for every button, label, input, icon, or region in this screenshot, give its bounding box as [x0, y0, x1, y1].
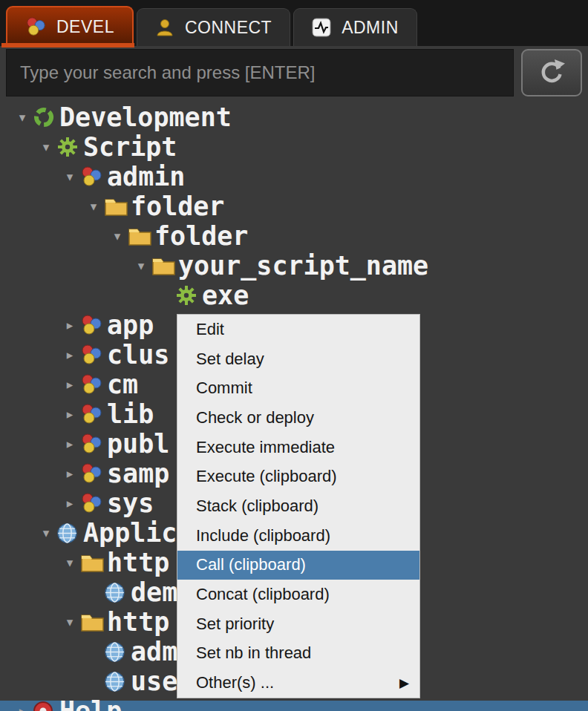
- tree-row[interactable]: exe: [154, 281, 588, 310]
- tree-row[interactable]: ▾your_script_name: [131, 251, 588, 281]
- balls-icon: [80, 492, 107, 514]
- expander-closed-icon[interactable]: ▸: [59, 468, 80, 480]
- tree-item-label: cm: [107, 372, 138, 398]
- gear-icon: [56, 136, 83, 158]
- menu-item-label: Other(s) ...: [196, 673, 274, 692]
- globe-icon: [56, 522, 83, 544]
- tree-item-label: folder: [131, 194, 224, 220]
- search-input[interactable]: [6, 49, 514, 96]
- tree-item-label: lib: [107, 402, 154, 427]
- balls-icon: [80, 403, 107, 425]
- menu-item-label: Commit: [196, 379, 252, 398]
- expander-open-icon[interactable]: ▾: [59, 616, 80, 629]
- tab-devel[interactable]: DEVEL: [6, 6, 134, 46]
- refresh-icon: [538, 57, 566, 88]
- refresh-button[interactable]: [521, 49, 582, 96]
- tab-admin-label: ADMIN: [342, 18, 399, 38]
- expander-open-icon[interactable]: ▾: [12, 111, 33, 124]
- tree-item-label: clus: [107, 342, 169, 368]
- expander-open-icon[interactable]: ▾: [59, 557, 80, 569]
- tree-item-label: app: [107, 312, 154, 338]
- menu-item-label: Concat (clipboard): [196, 585, 330, 604]
- tree-item-label: Help: [59, 698, 122, 711]
- tab-admin[interactable]: ADMIN: [293, 8, 417, 46]
- globe-icon: [104, 641, 131, 663]
- expander-open-icon[interactable]: ▾: [36, 141, 56, 154]
- tree-item-label: publ: [107, 431, 169, 457]
- tree-item-label: http: [107, 550, 169, 576]
- menu-item-label: Execute immediate: [196, 438, 335, 457]
- menu-item-other-s[interactable]: Other(s) ...▶: [177, 668, 419, 698]
- tree-item-label: dem: [131, 580, 177, 606]
- menu-item-label: Include (clipboard): [196, 526, 330, 545]
- globe-icon: [104, 582, 131, 603]
- expander-closed-icon[interactable]: ▸: [59, 349, 80, 361]
- menu-item-label: Edit: [196, 320, 224, 339]
- menu-item-label: Set delay: [196, 350, 264, 369]
- submenu-arrow-icon: ▶: [399, 675, 409, 691]
- tree-row[interactable]: ▾admin: [59, 162, 588, 191]
- tab-connect[interactable]: CONNECT: [137, 8, 290, 46]
- tree-row[interactable]: ▾Script: [36, 132, 588, 162]
- menu-item-stack-clipboard[interactable]: Stack (clipboard): [177, 491, 419, 521]
- help-icon: [33, 701, 59, 711]
- menu-item-label: Set nb in thread: [196, 643, 311, 663]
- tree-item-label: sys: [107, 491, 154, 517]
- folder-icon: [80, 552, 107, 573]
- menu-item-include-clipboard[interactable]: Include (clipboard): [177, 521, 419, 551]
- menu-item-concat-clipboard[interactable]: Concat (clipboard): [177, 580, 419, 609]
- expander-open-icon[interactable]: ▾: [59, 171, 80, 183]
- balls-icon: [80, 373, 107, 396]
- menu-item-execute-immediate[interactable]: Execute immediate: [177, 433, 419, 462]
- menu-item-execute-clipboard[interactable]: Execute (clipboard): [177, 462, 419, 491]
- menu-item-edit[interactable]: Edit: [177, 315, 419, 344]
- tree-item-label: samp: [107, 461, 169, 487]
- folder-icon: [80, 612, 107, 632]
- tab-devel-label: DEVEL: [56, 17, 114, 37]
- balls-icon: [80, 344, 107, 366]
- menu-item-label: Set priority: [196, 615, 274, 634]
- expander-closed-icon[interactable]: ▸: [12, 705, 33, 711]
- tab-bar: DEVEL CONNECT ADMIN: [0, 0, 588, 46]
- balls-icon: [80, 433, 107, 455]
- expander-closed-icon[interactable]: ▸: [59, 497, 80, 510]
- menu-item-label: Execute (clipboard): [196, 467, 337, 486]
- expander-open-icon[interactable]: ▾: [131, 260, 151, 272]
- tree-item-label: Development: [59, 105, 232, 131]
- gear-icon: [175, 284, 202, 307]
- search-bar: [6, 49, 582, 96]
- menu-item-label: Call (clipboard): [196, 555, 306, 574]
- pulse-icon: [312, 18, 331, 37]
- tree-row[interactable]: ▾folder: [83, 191, 588, 221]
- menu-item-set-nb-in-thread[interactable]: Set nb in thread: [177, 639, 419, 669]
- menu-item-call-clipboard[interactable]: Call (clipboard): [177, 551, 419, 580]
- menu-item-check-or-deploy[interactable]: Check or deploy: [177, 403, 419, 433]
- context-menu: EditSet delayCommitCheck or deployExecut…: [177, 314, 420, 698]
- expander-open-icon[interactable]: ▾: [83, 200, 104, 213]
- tree-item-label: Script: [83, 134, 177, 160]
- menu-item-label: Check or deploy: [196, 408, 314, 427]
- tree-row[interactable]: ▸Help: [12, 696, 588, 711]
- expander-closed-icon[interactable]: ▸: [59, 438, 80, 450]
- menu-item-set-priority[interactable]: Set priority: [177, 609, 419, 639]
- tree-item-label: folder: [154, 223, 248, 249]
- recycle-icon: [33, 106, 59, 128]
- expander-open-icon[interactable]: ▾: [36, 527, 56, 540]
- tree-row[interactable]: ▾Development: [12, 102, 588, 132]
- tree-item-label: adm: [131, 639, 177, 665]
- folder-icon: [128, 226, 154, 246]
- expander-closed-icon[interactable]: ▸: [59, 379, 80, 391]
- balls-icon: [80, 166, 107, 188]
- expander-closed-icon[interactable]: ▸: [59, 319, 80, 332]
- tree-item-label: http: [107, 609, 169, 635]
- menu-item-commit[interactable]: Commit: [177, 373, 419, 403]
- colored-balls-icon: [25, 16, 46, 37]
- menu-item-set-delay[interactable]: Set delay: [177, 344, 419, 374]
- expander-open-icon[interactable]: ▾: [107, 230, 128, 243]
- balls-icon: [80, 314, 107, 336]
- person-icon: [155, 18, 174, 37]
- globe-icon: [104, 671, 131, 692]
- menu-item-label: Stack (clipboard): [196, 497, 318, 516]
- tree-row[interactable]: ▾folder: [107, 221, 588, 251]
- expander-closed-icon[interactable]: ▸: [59, 408, 80, 421]
